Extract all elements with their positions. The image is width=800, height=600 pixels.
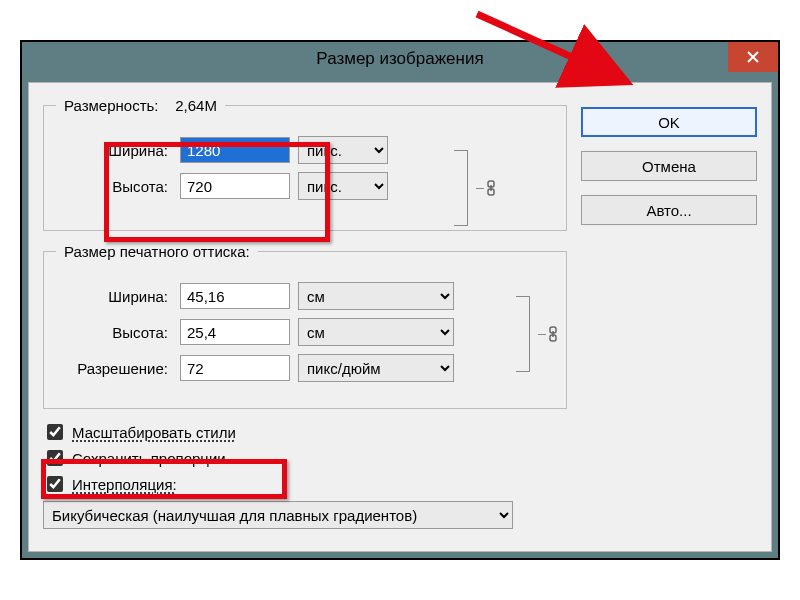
- px-width-unit-select[interactable]: пикс.: [298, 136, 388, 164]
- cancel-button[interactable]: Отмена: [581, 151, 757, 181]
- chain-link-icon: [484, 180, 498, 196]
- dialog-body: Размерность: 2,64М Ширина: пикс. Высота:…: [28, 82, 772, 552]
- close-button[interactable]: [728, 42, 778, 72]
- pixel-dimensions-group: Размерность: 2,64М Ширина: пикс. Высота:…: [43, 97, 567, 231]
- print-height-input[interactable]: [180, 319, 290, 345]
- keep-proportions-label: Сохранить пропорции: [72, 450, 226, 467]
- print-width-unit-select[interactable]: см: [298, 282, 454, 310]
- resolution-label: Разрешение:: [56, 360, 172, 377]
- print-width-label: Ширина:: [56, 288, 172, 305]
- link-bracket-pixels: [446, 150, 476, 226]
- chain-link-icon: [546, 326, 560, 342]
- print-height-label: Высота:: [56, 324, 172, 341]
- link-bracket-print: [508, 296, 538, 372]
- svg-line-2: [477, 14, 627, 82]
- px-width-label: Ширина:: [56, 142, 172, 159]
- resolution-input[interactable]: [180, 355, 290, 381]
- px-width-input[interactable]: [180, 137, 290, 163]
- close-icon: [746, 50, 760, 64]
- resolution-unit-select[interactable]: пикс/дюйм: [298, 354, 454, 382]
- interpolation-select[interactable]: Бикубическая (наилучшая для плавных град…: [43, 501, 513, 529]
- left-panel: Размерность: 2,64М Ширина: пикс. Высота:…: [43, 97, 567, 537]
- scale-styles-checkbox[interactable]: [47, 424, 63, 440]
- print-height-unit-select[interactable]: см: [298, 318, 454, 346]
- keep-proportions-checkbox[interactable]: [47, 450, 63, 466]
- px-height-unit-select[interactable]: пикс.: [298, 172, 388, 200]
- interpolation-checkbox[interactable]: [47, 476, 63, 492]
- px-height-input[interactable]: [180, 173, 290, 199]
- dialog-title: Размер изображения: [316, 49, 483, 69]
- interpolation-label: Интерполяция:: [72, 476, 177, 493]
- image-size-dialog: Размер изображения Размерность: 2,64М: [20, 40, 780, 560]
- print-width-input[interactable]: [180, 283, 290, 309]
- px-height-label: Высота:: [56, 178, 172, 195]
- ok-button[interactable]: OK: [581, 107, 757, 137]
- right-panel: OK Отмена Авто...: [581, 97, 757, 537]
- print-size-legend: Размер печатного оттиска:: [56, 243, 258, 260]
- scale-styles-label: Масштабировать стили: [72, 424, 236, 441]
- titlebar[interactable]: Размер изображения: [22, 42, 778, 76]
- print-size-group: Размер печатного оттиска: Ширина: см Выс…: [43, 243, 567, 409]
- file-size-text: 2,64М: [175, 97, 217, 114]
- auto-button[interactable]: Авто...: [581, 195, 757, 225]
- pixel-dimensions-legend: Размерность: 2,64М: [56, 97, 225, 114]
